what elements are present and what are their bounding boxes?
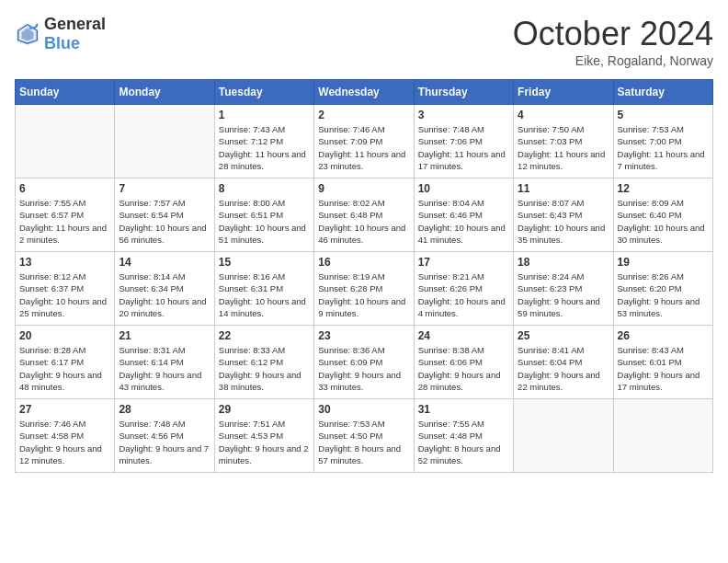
calendar-cell: 11 Sunrise: 8:07 AM Sunset: 6:43 PM Dayl…	[514, 178, 613, 252]
day-number: 28	[119, 403, 210, 416]
calendar-cell	[115, 105, 214, 178]
day-number: 30	[318, 403, 409, 416]
cell-content: Sunrise: 7:57 AM Sunset: 6:54 PM Dayligh…	[119, 197, 210, 246]
cell-content: Sunrise: 8:21 AM Sunset: 6:26 PM Dayligh…	[418, 270, 509, 319]
calendar-cell: 25 Sunrise: 8:41 AM Sunset: 6:04 PM Dayl…	[514, 326, 613, 399]
calendar-cell: 20 Sunrise: 8:28 AM Sunset: 6:17 PM Dayl…	[16, 326, 115, 399]
weekday-header: Tuesday	[214, 80, 313, 105]
calendar-cell: 26 Sunrise: 8:43 AM Sunset: 6:01 PM Dayl…	[613, 326, 712, 399]
calendar-cell: 6 Sunrise: 7:55 AM Sunset: 6:57 PM Dayli…	[16, 178, 115, 252]
day-number: 11	[518, 182, 609, 195]
day-number: 29	[219, 403, 310, 416]
day-number: 5	[618, 109, 709, 121]
calendar-cell: 22 Sunrise: 8:33 AM Sunset: 6:12 PM Dayl…	[214, 326, 313, 399]
calendar-cell: 10 Sunrise: 8:04 AM Sunset: 6:46 PM Dayl…	[414, 178, 513, 252]
cell-content: Sunrise: 7:51 AM Sunset: 4:53 PM Dayligh…	[219, 418, 310, 466]
cell-content: Sunrise: 8:12 AM Sunset: 6:37 PM Dayligh…	[19, 270, 110, 319]
logo-text: General Blue	[44, 15, 106, 53]
calendar-cell: 12 Sunrise: 8:09 AM Sunset: 6:40 PM Dayl…	[613, 178, 712, 252]
day-number: 17	[418, 256, 509, 269]
day-number: 16	[318, 256, 409, 269]
calendar-cell: 2 Sunrise: 7:46 AM Sunset: 7:09 PM Dayli…	[314, 105, 414, 178]
calendar-table: SundayMondayTuesdayWednesdayThursdayFrid…	[15, 79, 713, 473]
cell-content: Sunrise: 7:55 AM Sunset: 4:48 PM Dayligh…	[418, 418, 509, 466]
calendar-cell: 18 Sunrise: 8:24 AM Sunset: 6:23 PM Dayl…	[514, 252, 613, 326]
calendar-cell: 24 Sunrise: 8:38 AM Sunset: 6:06 PM Dayl…	[414, 326, 513, 399]
day-number: 22	[219, 329, 310, 342]
calendar-cell: 28 Sunrise: 7:48 AM Sunset: 4:56 PM Dayl…	[115, 399, 214, 473]
page-header: General Blue October 2024 Eike, Rogaland…	[15, 15, 713, 68]
day-number: 18	[518, 256, 609, 269]
calendar-header: SundayMondayTuesdayWednesdayThursdayFrid…	[16, 80, 713, 105]
logo-blue: Blue	[44, 34, 80, 52]
month-title: October 2024	[513, 15, 713, 53]
cell-content: Sunrise: 8:24 AM Sunset: 6:23 PM Dayligh…	[518, 270, 609, 319]
weekday-row: SundayMondayTuesdayWednesdayThursdayFrid…	[16, 80, 713, 105]
cell-content: Sunrise: 7:43 AM Sunset: 7:12 PM Dayligh…	[219, 123, 310, 172]
calendar-week-row: 1 Sunrise: 7:43 AM Sunset: 7:12 PM Dayli…	[16, 105, 713, 178]
day-number: 14	[119, 256, 210, 269]
calendar-cell: 17 Sunrise: 8:21 AM Sunset: 6:26 PM Dayl…	[414, 252, 513, 326]
day-number: 8	[219, 182, 310, 195]
cell-content: Sunrise: 8:41 AM Sunset: 6:04 PM Dayligh…	[518, 344, 609, 393]
day-number: 24	[418, 329, 509, 342]
weekday-header: Sunday	[16, 80, 115, 105]
logo: General Blue	[15, 15, 106, 53]
calendar-cell: 4 Sunrise: 7:50 AM Sunset: 7:03 PM Dayli…	[514, 105, 613, 178]
calendar-cell: 27 Sunrise: 7:46 AM Sunset: 4:58 PM Dayl…	[16, 399, 115, 473]
day-number: 19	[618, 256, 709, 269]
day-number: 7	[119, 182, 210, 195]
calendar-week-row: 20 Sunrise: 8:28 AM Sunset: 6:17 PM Dayl…	[16, 326, 713, 399]
day-number: 3	[418, 109, 509, 121]
calendar-cell: 5 Sunrise: 7:53 AM Sunset: 7:00 PM Dayli…	[613, 105, 712, 178]
logo-icon	[15, 21, 40, 47]
cell-content: Sunrise: 8:02 AM Sunset: 6:48 PM Dayligh…	[318, 197, 409, 246]
cell-content: Sunrise: 7:48 AM Sunset: 7:06 PM Dayligh…	[418, 123, 509, 172]
calendar-cell	[613, 399, 712, 473]
cell-content: Sunrise: 8:04 AM Sunset: 6:46 PM Dayligh…	[418, 197, 509, 246]
cell-content: Sunrise: 7:53 AM Sunset: 4:50 PM Dayligh…	[318, 418, 409, 466]
day-number: 15	[219, 256, 310, 269]
cell-content: Sunrise: 8:00 AM Sunset: 6:51 PM Dayligh…	[219, 197, 310, 246]
calendar-cell: 14 Sunrise: 8:14 AM Sunset: 6:34 PM Dayl…	[115, 252, 214, 326]
calendar-cell: 13 Sunrise: 8:12 AM Sunset: 6:37 PM Dayl…	[16, 252, 115, 326]
day-number: 1	[219, 109, 310, 121]
cell-content: Sunrise: 7:48 AM Sunset: 4:56 PM Dayligh…	[119, 418, 210, 466]
cell-content: Sunrise: 8:36 AM Sunset: 6:09 PM Dayligh…	[318, 344, 409, 393]
day-number: 26	[618, 329, 709, 342]
cell-content: Sunrise: 8:26 AM Sunset: 6:20 PM Dayligh…	[618, 270, 709, 319]
day-number: 21	[119, 329, 210, 342]
day-number: 12	[618, 182, 709, 195]
day-number: 31	[418, 403, 509, 416]
day-number: 25	[518, 329, 609, 342]
calendar-cell: 15 Sunrise: 8:16 AM Sunset: 6:31 PM Dayl…	[214, 252, 313, 326]
cell-content: Sunrise: 7:46 AM Sunset: 4:58 PM Dayligh…	[19, 418, 110, 466]
day-number: 13	[19, 256, 110, 269]
cell-content: Sunrise: 8:38 AM Sunset: 6:06 PM Dayligh…	[418, 344, 509, 393]
cell-content: Sunrise: 7:50 AM Sunset: 7:03 PM Dayligh…	[518, 123, 609, 172]
day-number: 10	[418, 182, 509, 195]
calendar-cell: 9 Sunrise: 8:02 AM Sunset: 6:48 PM Dayli…	[314, 178, 414, 252]
calendar-body: 1 Sunrise: 7:43 AM Sunset: 7:12 PM Dayli…	[16, 105, 713, 473]
cell-content: Sunrise: 8:16 AM Sunset: 6:31 PM Dayligh…	[219, 270, 310, 319]
logo-general: General	[44, 15, 106, 33]
calendar-cell	[514, 399, 613, 473]
cell-content: Sunrise: 8:33 AM Sunset: 6:12 PM Dayligh…	[219, 344, 310, 393]
weekday-header: Friday	[514, 80, 613, 105]
calendar-cell: 30 Sunrise: 7:53 AM Sunset: 4:50 PM Dayl…	[314, 399, 414, 473]
calendar-week-row: 13 Sunrise: 8:12 AM Sunset: 6:37 PM Dayl…	[16, 252, 713, 326]
cell-content: Sunrise: 8:19 AM Sunset: 6:28 PM Dayligh…	[318, 270, 409, 319]
cell-content: Sunrise: 8:31 AM Sunset: 6:14 PM Dayligh…	[119, 344, 210, 393]
calendar-cell: 16 Sunrise: 8:19 AM Sunset: 6:28 PM Dayl…	[314, 252, 414, 326]
calendar-cell: 31 Sunrise: 7:55 AM Sunset: 4:48 PM Dayl…	[414, 399, 513, 473]
weekday-header: Saturday	[613, 80, 712, 105]
calendar-cell: 19 Sunrise: 8:26 AM Sunset: 6:20 PM Dayl…	[613, 252, 712, 326]
calendar-cell: 7 Sunrise: 7:57 AM Sunset: 6:54 PM Dayli…	[115, 178, 214, 252]
cell-content: Sunrise: 8:14 AM Sunset: 6:34 PM Dayligh…	[119, 270, 210, 319]
day-number: 27	[19, 403, 110, 416]
calendar-week-row: 27 Sunrise: 7:46 AM Sunset: 4:58 PM Dayl…	[16, 399, 713, 473]
weekday-header: Monday	[115, 80, 214, 105]
calendar-cell: 23 Sunrise: 8:36 AM Sunset: 6:09 PM Dayl…	[314, 326, 414, 399]
cell-content: Sunrise: 8:07 AM Sunset: 6:43 PM Dayligh…	[518, 197, 609, 246]
calendar-cell: 8 Sunrise: 8:00 AM Sunset: 6:51 PM Dayli…	[214, 178, 313, 252]
